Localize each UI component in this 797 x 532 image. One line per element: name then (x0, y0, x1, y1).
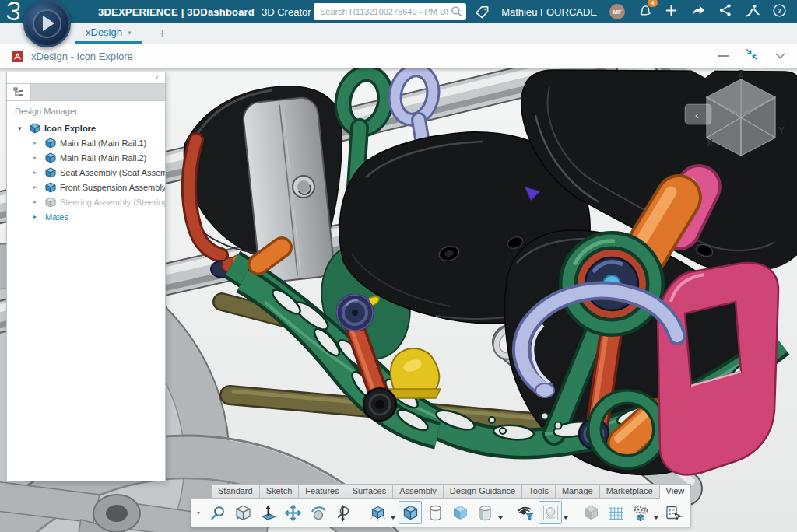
hide-show-filter-button[interactable] (514, 501, 537, 524)
viewcube-back-button[interactable]: ‹ (685, 104, 711, 124)
component-icon (45, 138, 56, 149)
tree-structure-icon (13, 87, 24, 97)
tree-item-main-rail-2[interactable]: ▸ Main Rail (Main Rail.2) (7, 150, 165, 165)
rotate-button[interactable] (306, 501, 329, 524)
model-tree: ▾ Icon Explore ▸ Main Rail (Main Rail.1)… (7, 121, 165, 224)
tab-chevron-down-icon[interactable]: ▾ (128, 29, 132, 37)
component-icon (45, 182, 56, 193)
axis-y-label[interactable]: Y (778, 125, 785, 136)
zoom-button[interactable] (331, 501, 354, 524)
ribbon-tab-sketch[interactable]: Sketch (259, 484, 299, 499)
isometric-view-button[interactable] (231, 501, 255, 524)
wireframe-button[interactable] (423, 501, 447, 524)
top-bar: 3DEXPERIENCE | 3DDashboard 3D Creator Ma… (0, 0, 797, 23)
expand-arrow-icon[interactable]: ▸ (33, 154, 41, 161)
tab-xdesign[interactable]: xDesign ▾ (75, 23, 142, 44)
tree-item-seat-assembly[interactable]: ▸ Seat Assembly (Seat Assembly.1) (7, 165, 165, 180)
tree-item-label: Icon Explore (44, 124, 96, 133)
dropdown-caret-icon[interactable] (498, 516, 503, 520)
axis-x-label[interactable]: X (707, 138, 713, 149)
share-forward-icon[interactable] (690, 3, 706, 20)
share-network-icon[interactable] (718, 3, 732, 20)
panel-tab-strip (7, 83, 165, 101)
view-toolbar: ▾ (191, 498, 691, 527)
clamp-screw[interactable] (293, 176, 314, 198)
tab-design-manager[interactable] (7, 84, 31, 100)
tree-item-label: Main Rail (Main Rail.2) (60, 153, 146, 163)
grid-button[interactable] (604, 501, 627, 524)
dropdown-caret-icon[interactable] (654, 516, 658, 520)
ribbon-tab-marketplace[interactable]: Marketplace (599, 484, 659, 499)
ribbon-tab-surfaces[interactable]: Surfaces (346, 484, 392, 499)
action-bar: Standard Sketch Features Surfaces Assemb… (191, 484, 691, 527)
component-icon (45, 152, 56, 163)
ribbon-tab-tools[interactable]: Tools (521, 484, 555, 499)
expand-arrow-icon[interactable]: ▸ (33, 213, 41, 220)
performance-button[interactable] (629, 501, 652, 524)
ribbon-tab-design-guidance[interactable]: Design Guidance (443, 484, 521, 499)
global-search[interactable] (314, 3, 466, 20)
3ds-assistant-icon[interactable] (745, 3, 760, 21)
shaded-edges-button[interactable] (398, 501, 422, 524)
new-tab-button[interactable]: + (159, 23, 167, 44)
tree-item-label: Main Rail (Main Rail.1) (60, 138, 146, 148)
app-name[interactable]: 3D Creator (262, 6, 311, 18)
selection-preferences-button[interactable] (662, 501, 685, 524)
normal-to-button[interactable] (256, 501, 279, 524)
ribbon-tab-view[interactable]: View (659, 484, 692, 499)
expand-arrow-icon[interactable]: ▸ (33, 139, 41, 146)
expand-arrow-icon[interactable]: ▸ (33, 184, 41, 191)
pan-button[interactable] (281, 501, 304, 524)
expand-arrow-icon[interactable]: ▸ (33, 169, 41, 176)
collapse-window-icon[interactable] (746, 48, 758, 64)
dropdown-caret-icon[interactable] (564, 516, 568, 520)
ghost-view-button[interactable] (579, 501, 602, 524)
panel-title: Design Manager (7, 101, 165, 121)
view-modes-button[interactable] (366, 501, 389, 524)
tree-item-label: Mates (45, 212, 68, 222)
add-button[interactable] (665, 4, 678, 20)
window-title: xDesign - Icon Explore (31, 51, 133, 62)
tree-item-icon-explore[interactable]: ▾ Icon Explore (7, 121, 165, 135)
expand-menu-chevron-icon[interactable] (775, 49, 785, 63)
ribbon-tab-manage[interactable]: Manage (555, 484, 599, 499)
component-icon-disabled (45, 197, 56, 208)
tree-item-main-rail-1[interactable]: ▸ Main Rail (Main Rail.1) (7, 135, 165, 150)
xdesign-app-icon (12, 51, 23, 62)
help-icon[interactable]: ? (772, 3, 787, 21)
search-input[interactable] (314, 3, 466, 20)
tag-icon[interactable] (474, 4, 490, 23)
window-controls (718, 48, 785, 64)
tree-item-front-suspension[interactable]: ▸ Front Suspension Assembly (Fro... (7, 180, 165, 194)
ribbon-tab-features[interactable]: Features (298, 484, 345, 499)
app-tab-bar: xDesign ▾ + (0, 23, 797, 44)
user-name[interactable]: Mathieu FOURCADE (501, 6, 597, 18)
notification-badge: 4 (648, 0, 658, 7)
tree-item-label: Front Suspension Assembly (Fro... (60, 183, 165, 192)
expand-arrow-icon[interactable]: ▸ (33, 198, 41, 205)
shaded-button[interactable] (448, 501, 472, 524)
header-actions: Mathieu FOURCADE MF 4 ? (501, 3, 797, 21)
shaded-material-button[interactable] (473, 501, 497, 524)
tree-item-mates[interactable]: ▸ Mates (7, 209, 165, 224)
ribbon-tab-assembly[interactable]: Assembly (392, 484, 443, 499)
back-chevron-icon: ‹ (695, 109, 699, 121)
notifications-button[interactable]: 4 (637, 3, 652, 21)
minimize-icon[interactable] (718, 55, 729, 57)
svg-text:?: ? (778, 6, 782, 15)
search-icon[interactable] (451, 5, 462, 20)
tree-item-steering-assembly[interactable]: ▸ Steering Assembly (Steering As... (7, 194, 165, 209)
toolbar-collapse-chevron-icon[interactable]: ▾ (197, 509, 200, 516)
3dexperience-compass[interactable] (23, 0, 71, 47)
tree-item-label: Seat Assembly (Seat Assembly.1) (60, 168, 165, 177)
realistic-rendering-button[interactable] (539, 501, 562, 524)
3ds-logo-icon (5, 0, 23, 23)
ribbon-tab-standard[interactable]: Standard (211, 484, 259, 499)
expand-arrow-icon[interactable]: ▾ (18, 124, 26, 132)
zoom-fit-button[interactable] (206, 501, 230, 524)
panel-collapse-icon[interactable]: ‹ (7, 72, 165, 83)
window-title-bar: xDesign - Icon Explore (0, 44, 797, 68)
ribbon-tabs: Standard Sketch Features Surfaces Assemb… (211, 484, 691, 499)
avatar[interactable]: MF (609, 4, 625, 19)
dropdown-caret-icon[interactable] (391, 516, 395, 520)
